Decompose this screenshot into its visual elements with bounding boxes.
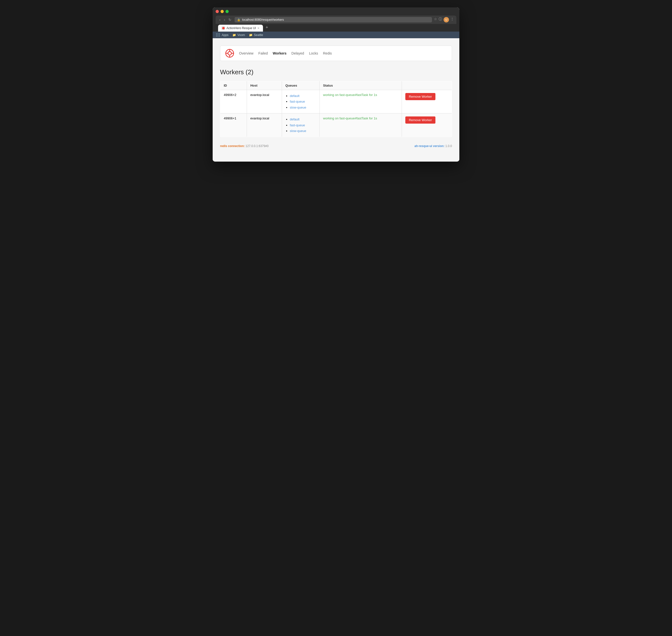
bookmarks-bar: Apps 📁 Voom 📁 Seattle <box>213 32 459 38</box>
col-status: Status <box>319 81 402 90</box>
new-tab-button[interactable]: + <box>263 24 270 31</box>
bookmark-icon[interactable]: ☆ <box>434 17 437 22</box>
nav-failed[interactable]: Failed <box>258 51 268 55</box>
apps-bookmark[interactable]: Apps <box>216 33 229 37</box>
seattle-bookmark[interactable]: 📁 Seattle <box>249 33 263 37</box>
queue-item: fast-queue <box>290 122 316 128</box>
browser-toolbar: ‹ › ↻ 🔒 localhost:8080/resque#/workers ☆… <box>216 16 456 24</box>
queue-item: slow-queue <box>290 128 316 134</box>
table-row: 49906+1evantop.localdefaultfast-queueslo… <box>220 114 452 137</box>
seattle-folder-icon: 📁 <box>249 33 253 37</box>
queue-link[interactable]: slow-queue <box>290 129 307 133</box>
version-value: 1.0.0 <box>445 144 452 148</box>
worker-status: working on fast-queue#fastTask for 1s <box>319 90 402 114</box>
page-content: Overview Failed Workers Delayed Locks Re… <box>213 38 459 162</box>
tab-title: ActionHero Resque UI <box>226 26 256 30</box>
redis-label: redis connection: <box>220 144 245 148</box>
back-button[interactable]: ‹ <box>218 17 222 22</box>
forward-button[interactable]: › <box>223 17 226 22</box>
url-text: localhost:8080/resque#/workers <box>242 18 284 21</box>
toolbar-actions: ☆ ⓘ U ⋮ <box>434 17 454 22</box>
address-bar[interactable]: 🔒 localhost:8080/resque#/workers <box>235 17 432 22</box>
redis-connection: redis connection: 127.0.0.1:6379#0 <box>220 144 269 148</box>
worker-queues: defaultfast-queueslow-queue <box>282 114 319 137</box>
active-tab[interactable]: 🔴 ActionHero Resque UI ✕ <box>218 25 263 32</box>
worker-action-cell: Remove Worker <box>402 90 452 114</box>
nav-overview[interactable]: Overview <box>239 51 253 55</box>
queue-link[interactable]: fast-queue <box>290 123 305 127</box>
col-queues: Queues <box>282 81 319 90</box>
remove-worker-button[interactable]: Remove Worker <box>405 116 435 124</box>
queue-item: default <box>290 116 316 122</box>
apps-grid-icon <box>216 33 220 37</box>
app-nav: Overview Failed Workers Delayed Locks Re… <box>220 46 452 61</box>
traffic-lights <box>216 10 456 13</box>
nav-workers[interactable]: Workers <box>273 51 286 55</box>
maximize-button[interactable] <box>225 10 229 13</box>
info-icon[interactable]: ⓘ <box>439 17 442 22</box>
nav-redis[interactable]: Redis <box>323 51 332 55</box>
tab-favicon: 🔴 <box>221 26 225 30</box>
voom-label: Voom <box>237 33 245 37</box>
worker-action-cell: Remove Worker <box>402 114 452 137</box>
queue-link[interactable]: default <box>290 94 299 98</box>
queue-item: slow-queue <box>290 105 316 110</box>
page-footer: redis connection: 127.0.0.1:6379#0 ah-re… <box>220 144 452 148</box>
table-row: 49906+2evantop.localdefaultfast-queueslo… <box>220 90 452 114</box>
worker-id: 49906+2 <box>220 90 247 114</box>
workers-table: ID Host Queues Status 49906+2evantop.loc… <box>220 81 452 137</box>
voom-bookmark[interactable]: 📁 Voom <box>232 33 245 37</box>
tab-close-icon[interactable]: ✕ <box>257 27 259 30</box>
svg-point-1 <box>228 52 231 55</box>
voom-folder-icon: 📁 <box>232 33 236 37</box>
lock-icon: 🔒 <box>237 18 240 21</box>
browser-chrome: ‹ › ↻ 🔒 localhost:8080/resque#/workers ☆… <box>213 7 459 32</box>
version-label: ah-resque-ui version: <box>414 144 444 148</box>
menu-icon[interactable]: ⋮ <box>451 17 454 22</box>
minimize-button[interactable] <box>220 10 224 13</box>
worker-host: evantop.local <box>247 90 282 114</box>
page-title: Workers (2) <box>220 68 452 76</box>
worker-queues: defaultfast-queueslow-queue <box>282 90 319 114</box>
queue-item: fast-queue <box>290 99 316 104</box>
remove-worker-button[interactable]: Remove Worker <box>405 93 435 100</box>
nav-locks[interactable]: Locks <box>309 51 318 55</box>
nav-delayed[interactable]: Delayed <box>291 51 304 55</box>
reload-button[interactable]: ↻ <box>227 17 233 22</box>
worker-id: 49906+1 <box>220 114 247 137</box>
apps-label: Apps <box>222 33 229 37</box>
queue-link[interactable]: default <box>290 117 299 121</box>
resque-logo <box>225 49 234 58</box>
queue-link[interactable]: slow-queue <box>290 105 307 109</box>
queue-link[interactable]: fast-queue <box>290 100 305 103</box>
nav-buttons: ‹ › ↻ <box>218 17 233 22</box>
profile-icon[interactable]: U <box>443 17 449 22</box>
queue-item: default <box>290 93 316 99</box>
worker-host: evantop.local <box>247 114 282 137</box>
col-id: ID <box>220 81 247 90</box>
redis-value: 127.0.0.1:6379#0 <box>245 144 269 148</box>
app-version: ah-resque-ui version: 1.0.0 <box>414 144 452 148</box>
close-button[interactable] <box>216 10 219 13</box>
col-action <box>402 81 452 90</box>
tab-bar: 🔴 ActionHero Resque UI ✕ + <box>216 24 456 32</box>
seattle-label: Seattle <box>254 33 263 37</box>
col-host: Host <box>247 81 282 90</box>
browser-window: ‹ › ↻ 🔒 localhost:8080/resque#/workers ☆… <box>213 7 459 162</box>
worker-status: working on fast-queue#fastTask for 1s <box>319 114 402 137</box>
